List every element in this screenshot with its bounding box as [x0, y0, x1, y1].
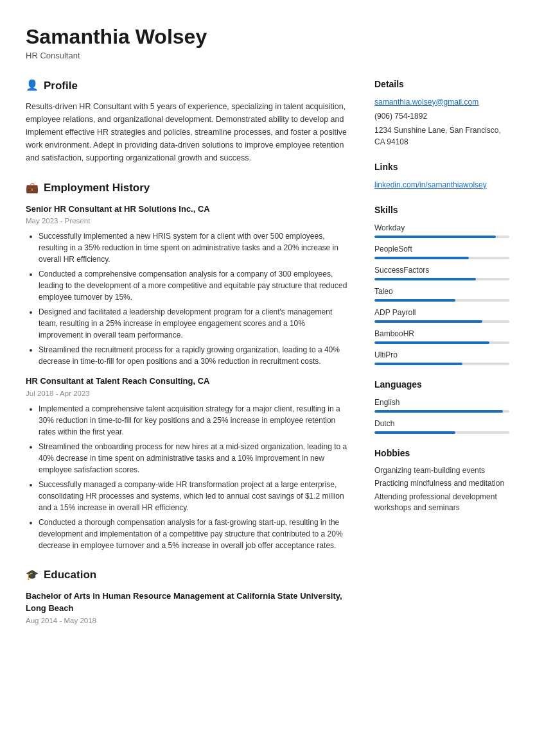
details-title: Details: [374, 78, 509, 91]
candidate-title: HR Consultant: [26, 49, 509, 62]
job-2-bullets: Implemented a comprehensive talent acqui…: [26, 403, 349, 551]
skill-peoplesoft: PeopleSoft: [374, 243, 509, 259]
skills-title: Skills: [374, 203, 509, 217]
lang-english: English: [374, 397, 509, 413]
profile-section: 👤 Profile Results-driven HR Consultant w…: [26, 78, 349, 165]
list-item: Conducted a comprehensive compensation a…: [39, 268, 349, 303]
details-section: Details samanthia.wolsey@gmail.com (906)…: [374, 78, 509, 148]
employment-section: 💼 Employment History Senior HR Consultan…: [26, 180, 349, 551]
linkedin-link[interactable]: linkedin.com/in/samanthiawolsey: [374, 179, 509, 191]
employment-icon: 💼: [26, 180, 39, 196]
edu-degree: Bachelor of Arts in Human Resource Manag…: [26, 590, 349, 615]
languages-section: Languages English Dutch: [374, 378, 509, 434]
languages-title: Languages: [374, 378, 509, 391]
employment-section-title: 💼 Employment History: [26, 180, 349, 196]
phone-text: (906) 754-1892: [374, 110, 509, 122]
hobby-1: Organizing team-building events: [374, 465, 509, 476]
edu-dates: Aug 2014 - May 2018: [26, 615, 349, 626]
education-section: 🎓 Education Bachelor of Arts in Human Re…: [26, 567, 349, 626]
left-column: 👤 Profile Results-driven HR Consultant w…: [26, 78, 349, 642]
skill-adp: ADP Payroll: [374, 307, 509, 323]
hobbies-title: Hobbies: [374, 447, 509, 460]
profile-section-title: 👤 Profile: [26, 78, 349, 94]
list-item: Designed and facilitated a leadership de…: [39, 306, 349, 341]
list-item: Conducted a thorough compensation analys…: [39, 517, 349, 551]
skill-bamboohr: BambooHR: [374, 328, 509, 344]
candidate-name: Samanthia Wolsey: [26, 26, 509, 48]
list-item: Successfully implemented a new HRIS syst…: [39, 230, 349, 265]
lang-dutch: Dutch: [374, 418, 509, 434]
list-item: Streamlined the recruitment process for …: [39, 344, 349, 367]
profile-text: Results-driven HR Consultant with 5 year…: [26, 100, 349, 164]
skill-successfactors: SuccessFactors: [374, 264, 509, 280]
right-column: Details samanthia.wolsey@gmail.com (906)…: [374, 78, 509, 642]
job-1-title: Senior HR Consultant at HR Solutions Inc…: [26, 203, 349, 216]
job-2-dates: Jul 2018 - Apr 2023: [26, 388, 349, 399]
links-section: Links linkedin.com/in/samanthiawolsey: [374, 160, 509, 191]
links-title: Links: [374, 160, 509, 174]
address-text: 1234 Sunshine Lane, San Francisco, CA 94…: [374, 125, 509, 148]
hobbies-section: Hobbies Organizing team-building events …: [374, 447, 509, 513]
hobby-3: Attending professional development works…: [374, 492, 509, 513]
main-layout: 👤 Profile Results-driven HR Consultant w…: [26, 78, 509, 642]
profile-icon: 👤: [26, 78, 39, 93]
job-1-dates: May 2023 - Present: [26, 216, 349, 227]
list-item: Implemented a comprehensive talent acqui…: [39, 403, 349, 438]
job-2: HR Consultant at Talent Reach Consulting…: [26, 375, 349, 551]
job-1-bullets: Successfully implemented a new HRIS syst…: [26, 230, 349, 367]
list-item: Successfully managed a company-wide HR t…: [39, 479, 349, 513]
list-item: Streamlined the onboarding process for n…: [39, 441, 349, 476]
education-icon: 🎓: [26, 567, 39, 583]
job-1: Senior HR Consultant at HR Solutions Inc…: [26, 203, 349, 368]
education-section-title: 🎓 Education: [26, 567, 349, 583]
skill-workday: Workday: [374, 222, 509, 238]
header: Samanthia Wolsey HR Consultant: [26, 26, 509, 62]
hobby-2: Practicing mindfulness and meditation: [374, 478, 509, 489]
resume-page: Samanthia Wolsey HR Consultant 👤 Profile…: [0, 0, 535, 756]
skill-taleo: Taleo: [374, 286, 509, 302]
email-link[interactable]: samanthia.wolsey@gmail.com: [374, 96, 509, 108]
skills-section: Skills Workday PeopleSoft SuccessFactors…: [374, 203, 509, 365]
job-2-title: HR Consultant at Talent Reach Consulting…: [26, 375, 349, 388]
skill-ultipro: UltiPro: [374, 349, 509, 365]
